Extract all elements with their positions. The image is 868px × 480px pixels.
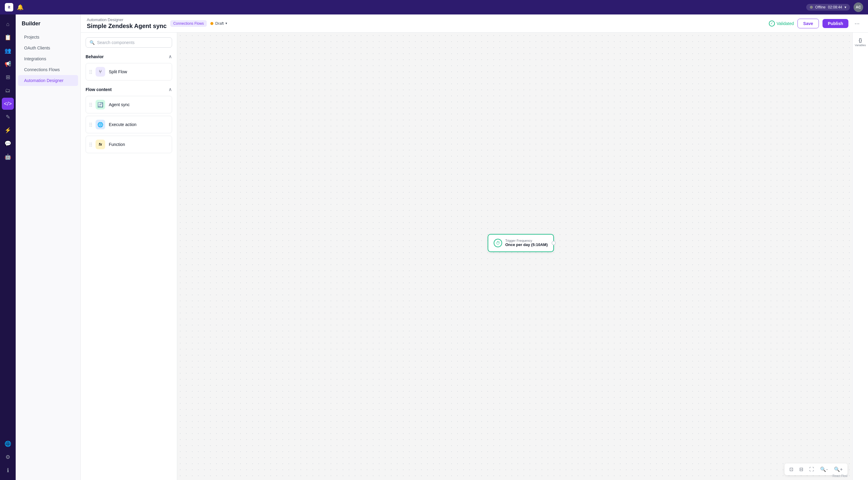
draft-dot: [210, 22, 213, 25]
topbar: it 🔔 Offline 02:08:44 ▾ AC: [0, 0, 868, 14]
search-input[interactable]: [97, 40, 168, 45]
app-logo[interactable]: it: [5, 3, 13, 11]
sidebar-icon-info[interactable]: ℹ: [2, 464, 14, 476]
flow-content-section-header: Flow content ∧: [86, 87, 172, 92]
publish-button[interactable]: Publish: [823, 19, 849, 28]
nav-item-projects[interactable]: Projects: [18, 32, 78, 42]
flow-content-section-title: Flow content: [86, 87, 112, 92]
nav-item-connections[interactable]: Connections Flows: [18, 64, 78, 75]
avatar[interactable]: AC: [854, 2, 863, 12]
minimap-button[interactable]: ⊡: [787, 465, 795, 473]
trigger-frequency-label: Trigger Frequency: [505, 239, 548, 242]
sidebar-icon-lightning[interactable]: ⚡: [2, 124, 14, 136]
zoom-out-button[interactable]: 🔍-: [818, 465, 830, 473]
save-button[interactable]: Save: [798, 19, 819, 28]
draft-status[interactable]: Draft ▾: [210, 21, 227, 26]
sidebar-icon-code[interactable]: </>: [2, 98, 14, 110]
function-label: Function: [109, 142, 125, 147]
react-flow-label: React Flow: [832, 474, 847, 478]
offline-status-dot: [810, 6, 813, 9]
variables-icon: {}: [859, 38, 862, 43]
nav-item-integrations[interactable]: Integrations: [18, 53, 78, 64]
chevron-down-icon[interactable]: ▾: [225, 22, 227, 25]
nav-item-oauth[interactable]: OAuth Clients: [18, 42, 78, 53]
flow-type-badge: Connections Flows: [170, 20, 207, 27]
sidebar-icon-globe[interactable]: 🌐: [2, 438, 14, 450]
search-box[interactable]: 🔍: [86, 37, 172, 48]
right-sidebar: {} Variables: [852, 33, 868, 480]
flow-canvas[interactable]: ⏱ Trigger Frequency Once per day (5:10AM…: [177, 33, 852, 480]
sidebar-icon-settings[interactable]: ⚙: [2, 451, 14, 463]
validated-label: Validated: [777, 21, 794, 26]
zoom-in-button[interactable]: 🔍+: [832, 465, 844, 473]
sidebar-icon-ai[interactable]: 🤖: [2, 151, 14, 163]
time-label: 02:08:44: [828, 5, 842, 9]
clock-icon: ⏱: [494, 239, 502, 247]
validated-status: ✓ Validated: [769, 21, 794, 27]
chevron-down-icon[interactable]: ▾: [844, 5, 846, 9]
nav-panel-title: Builder: [16, 21, 81, 32]
drag-handle-split-flow: [90, 70, 92, 74]
drag-handle-execute-action: [90, 123, 92, 127]
nav-item-automation[interactable]: Automation Designer: [18, 75, 78, 86]
breadcrumb: Automation Designer: [87, 18, 167, 22]
sidebar-icon-dashboard[interactable]: ⊞: [2, 71, 14, 83]
drag-handle-function: [90, 143, 92, 147]
draft-label: Draft: [215, 21, 224, 26]
agent-sync-component[interactable]: 🔄 Agent sync: [86, 96, 172, 113]
variables-button[interactable]: {} Variables: [855, 36, 867, 48]
function-icon: fx: [96, 140, 105, 149]
icon-sidebar: ⌂ 📋 👥 📢 ⊞ 🗂 </> ✎ ⚡ 💬 🤖 🌐 ⚙ ℹ: [0, 14, 16, 480]
function-component[interactable]: fx Function: [86, 136, 172, 153]
sidebar-icon-projects[interactable]: 📋: [2, 31, 14, 43]
split-flow-component[interactable]: ⑂ Split Flow: [86, 63, 172, 81]
sidebar-icon-edit[interactable]: ✎: [2, 111, 14, 123]
sidebar-icon-chat[interactable]: 💬: [2, 138, 14, 150]
sidebar-icon-users[interactable]: 👥: [2, 44, 14, 57]
behavior-section-toggle[interactable]: ∧: [168, 54, 172, 59]
flow-content-section-toggle[interactable]: ∧: [168, 87, 172, 92]
nav-panel: Builder Projects OAuth Clients Integrati…: [16, 14, 81, 480]
checkmark-icon: ✓: [769, 21, 775, 27]
sidebar-icon-home[interactable]: ⌂: [2, 18, 14, 30]
behavior-section-header: Behavior ∧: [86, 54, 172, 59]
split-flow-icon: ⑂: [96, 67, 105, 77]
page-header: Automation Designer Simple Zendesk Agent…: [81, 14, 868, 33]
search-icon: 🔍: [90, 40, 95, 45]
drag-handle-agent-sync: [90, 103, 92, 107]
components-panel: 🔍 Behavior ∧ ⑂ Split Flow Flow content ∧…: [81, 33, 177, 480]
node-connector: [552, 241, 556, 245]
split-flow-label: Split Flow: [109, 69, 127, 74]
trigger-frequency-value: Once per day (5:10AM): [505, 242, 548, 247]
panel-button[interactable]: ⊟: [798, 465, 805, 473]
execute-action-icon: 🌐: [96, 120, 105, 129]
sidebar-icon-campaigns[interactable]: 📢: [2, 58, 14, 70]
notification-bell[interactable]: 🔔: [17, 4, 24, 10]
execute-action-label: Execute action: [109, 122, 136, 127]
variables-label: Variables: [855, 44, 866, 47]
status-indicator[interactable]: Offline 02:08:44 ▾: [806, 4, 850, 10]
sidebar-icon-data[interactable]: 🗂: [2, 84, 14, 96]
agent-sync-icon: 🔄: [96, 100, 105, 110]
agent-sync-label: Agent sync: [109, 102, 130, 107]
behavior-section-title: Behavior: [86, 54, 104, 59]
page-title: Simple Zendesk Agent sync: [87, 23, 167, 30]
execute-action-component[interactable]: 🌐 Execute action: [86, 116, 172, 133]
canvas-toolbar: ⊡ ⊟ ⛶ 🔍- 🔍+: [784, 463, 847, 475]
trigger-frequency-node[interactable]: ⏱ Trigger Frequency Once per day (5:10AM…: [488, 234, 554, 252]
more-options-button[interactable]: ···: [852, 19, 862, 28]
offline-label: Offline: [815, 5, 826, 9]
fit-view-button[interactable]: ⛶: [807, 466, 816, 473]
